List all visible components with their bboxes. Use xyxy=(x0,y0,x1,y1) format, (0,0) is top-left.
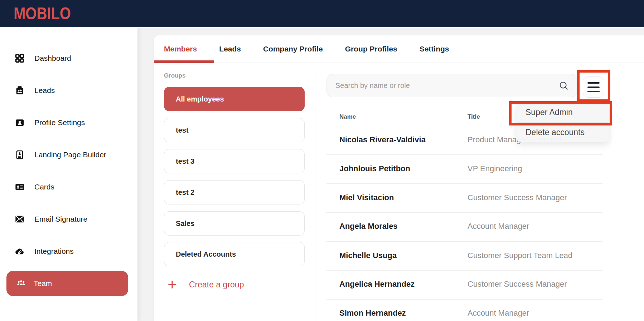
contact-card-icon xyxy=(14,182,25,192)
sidebar-item-dashboard[interactable]: Dashboard xyxy=(0,42,137,74)
row-divider xyxy=(326,241,602,242)
cloud-link-icon xyxy=(14,246,25,257)
sidebar-item-cards[interactable]: Cards xyxy=(0,171,137,203)
active-tab-underline xyxy=(154,60,214,63)
tab-company-profile[interactable]: Company Profile xyxy=(263,45,323,53)
sidebar-item-email-signature[interactable]: Email Signature xyxy=(0,203,137,235)
sidebar: Dashboard Leads Profile Settings xyxy=(0,27,137,321)
table-row[interactable]: Angela Morales Account Manager xyxy=(326,222,602,236)
app-header: MOBILO xyxy=(0,0,644,27)
tab-members[interactable]: Members xyxy=(164,45,197,53)
sidebar-item-profile-settings[interactable]: Profile Settings xyxy=(0,107,137,139)
row-divider xyxy=(326,299,602,300)
table-row[interactable]: Miel Visitacion Customer Success Manager xyxy=(326,193,602,207)
profile-card-icon xyxy=(14,117,25,128)
admin-dropdown-menu: Super Admin Delete accounts xyxy=(516,103,609,142)
tab-group-profiles[interactable]: Group Profiles xyxy=(345,45,397,53)
team-people-icon xyxy=(16,277,26,290)
leads-badge-icon xyxy=(14,85,25,96)
group-deleted-accounts[interactable]: Deleted Accounts xyxy=(164,242,305,266)
table-row[interactable]: Johnlouis Petitbon VP Engineering xyxy=(326,164,602,178)
tab-settings[interactable]: Settings xyxy=(420,45,449,53)
column-header-name: Name xyxy=(339,113,356,120)
hamburger-menu-button[interactable] xyxy=(583,76,604,98)
column-header-title: Title xyxy=(468,113,480,120)
tab-bar: Members Leads Company Profile Group Prof… xyxy=(154,35,644,63)
search-box xyxy=(326,74,577,97)
column-divider xyxy=(315,69,315,321)
create-group-button[interactable]: Create a group xyxy=(167,279,244,290)
envelope-icon xyxy=(14,214,25,224)
row-divider xyxy=(326,154,602,155)
sidebar-item-landing-page-builder[interactable]: Landing Page Builder xyxy=(0,139,137,171)
mobilo-logo: MOBILO xyxy=(14,4,71,23)
menu-item-delete-accounts[interactable]: Delete accounts xyxy=(516,123,609,142)
dashboard-grid-icon xyxy=(14,53,25,64)
sidebar-item-team[interactable]: Team xyxy=(6,271,128,296)
search-icon xyxy=(558,80,569,91)
sidebar-item-integrations[interactable]: Integrations xyxy=(0,235,137,267)
create-group-label: Create a group xyxy=(189,280,244,290)
team-content-card: Members Leads Company Profile Group Prof… xyxy=(154,35,644,321)
plus-icon xyxy=(167,279,178,290)
table-row[interactable]: Michelle Usuga Customer Support Team Lea… xyxy=(326,251,602,265)
search-input[interactable] xyxy=(335,82,558,90)
table-row[interactable]: Angelica Hernandez Customer Success Mana… xyxy=(326,280,602,294)
panel-right-border xyxy=(613,71,613,321)
row-divider xyxy=(326,212,602,213)
groups-label: Groups xyxy=(164,72,185,79)
group-test-3[interactable]: test 3 xyxy=(164,149,305,173)
group-test[interactable]: test xyxy=(164,118,305,142)
row-divider xyxy=(326,270,602,271)
sidebar-item-leads[interactable]: Leads xyxy=(0,74,137,107)
landing-page-icon xyxy=(14,149,25,160)
table-row[interactable]: Simon Hernandez Account Manager xyxy=(326,308,602,321)
group-sales[interactable]: Sales xyxy=(164,211,305,236)
row-divider xyxy=(326,183,602,184)
menu-item-super-admin[interactable]: Super Admin xyxy=(516,103,609,122)
group-test-2[interactable]: test 2 xyxy=(164,180,305,204)
group-all-employees[interactable]: All employees xyxy=(164,87,305,111)
tab-leads[interactable]: Leads xyxy=(219,45,241,53)
